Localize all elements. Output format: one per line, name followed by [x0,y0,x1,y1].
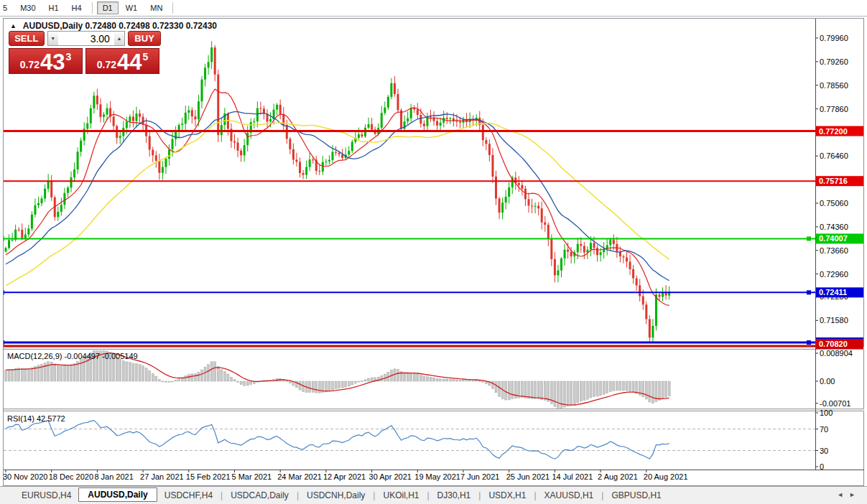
chart-canvas[interactable]: 0.799600.792600.785600.778600.764600.750… [0,0,867,504]
volume-input[interactable] [58,31,114,46]
macd-bar [168,381,170,382]
hline-handle[interactable] [807,290,811,294]
chart-window-frame [4,19,864,486]
macd-bar [325,381,327,392]
macd-bar [609,381,611,392]
price-tick-label: 0.77860 [820,105,848,113]
candle-body [44,189,46,199]
macd-bar [511,381,514,399]
hline-handle[interactable] [0,290,4,294]
macd-bar [187,375,190,381]
candle-body [158,161,160,173]
macd-bar [244,381,246,386]
macd-bar [547,381,550,401]
chart-tab-gbpusd[interactable]: GBPUSD,H1 [604,488,668,503]
macd-bar [478,381,481,381]
timeframe-button-mn[interactable]: MN [144,1,168,14]
chart-tab-usdcnh[interactable]: USDCNH,Daily [300,488,372,503]
candle-body [358,134,360,138]
macd-bar [524,381,527,398]
candle-body [18,230,20,230]
timeframe-button-5[interactable]: 5 [0,1,13,14]
timeframe-button-h4[interactable]: H4 [66,1,88,14]
candle-body [240,151,242,155]
hline-handle[interactable] [0,236,4,241]
candle-body [626,258,628,262]
macd-bar [5,370,7,381]
macd-bar [603,381,605,394]
macd-bar [361,381,363,382]
buy-button[interactable]: BUY [128,31,161,46]
buy-price-big: 44 [117,52,142,73]
timeframe-button-m30[interactable]: M30 [14,1,41,14]
hline-handle[interactable] [0,340,4,345]
macd-bar [453,380,455,381]
macd-bar [136,364,138,381]
timeframe-button-d1[interactable]: D1 [97,1,119,14]
timeframe-button-w1[interactable]: W1 [120,1,144,14]
candle-body [649,319,651,337]
chart-tab-dj30[interactable]: DJ30,H1 [430,488,478,503]
macd-bar [21,368,23,381]
candle-body [482,125,484,140]
macd-bar [632,381,634,392]
candle-body [164,159,167,167]
volume-decrease-button[interactable]: ▼ [47,31,58,46]
price-tick-label: 0.74360 [820,223,848,231]
candle-body [410,108,412,118]
chart-tab-xauusd[interactable]: XAUUSD,H1 [537,488,601,503]
macd-bar [250,381,252,385]
chart-tab-ukoil[interactable]: UKOil,H1 [376,488,426,503]
macd-bar [499,381,501,396]
candle-body [381,113,383,128]
date-tick-label: 27 Jan 2021 [140,472,184,481]
macd-bar [60,366,62,381]
hline-handle[interactable] [807,340,811,345]
spinner-up-icon: ▲ [117,36,122,41]
candle-body [335,152,337,153]
hline-handle[interactable] [807,236,811,241]
hline-label-text: 0.74007 [819,234,848,243]
macd-bar [531,381,533,398]
macd-bar [446,379,448,381]
candle-body [501,202,504,213]
candle-body [129,117,131,122]
macd-bar [14,368,17,381]
chart-tab-audusd[interactable]: AUDUSD,Daily [78,487,157,502]
macd-bar [463,380,465,381]
tab-scroll-right-icon[interactable]: ► [849,491,861,498]
macd-bar [354,381,356,383]
macd-bar [668,381,670,396]
buy-price-button[interactable]: 0.72 44 5 [85,48,159,74]
candle-body [436,121,438,126]
candle-body [246,133,249,145]
candle-body [253,121,255,122]
sell-button[interactable]: SELL [9,31,45,46]
candle-body [371,124,373,129]
date-tick-label: 18 Dec 2020 [49,472,93,481]
volume-increase-button[interactable]: ▲ [114,31,125,46]
macd-bar [24,369,27,381]
macd-bar [47,362,50,381]
chart-tab-usdchf[interactable]: USDCHF,H4 [157,488,220,503]
candle-body [233,141,236,143]
sell-price-button[interactable]: 0.72 43 3 [9,48,83,74]
chart-tab-usdcad[interactable]: USDCAD,Daily [223,488,296,503]
tab-scroll-left-icon[interactable]: ◄ [837,491,849,498]
candle-body [21,230,23,238]
macd-bar [172,381,174,382]
candle-body [655,294,657,326]
candle-body [73,169,75,177]
macd-bar [426,377,428,381]
candle-body [96,95,98,104]
macd-bar [364,380,366,381]
macd-bar [11,370,14,381]
chart-tab-eurusd[interactable]: EURUSD,H4 [14,488,78,503]
candle-body [485,140,487,144]
price-tick-label: 0.73660 [820,246,848,255]
timeframe-button-h1[interactable]: H1 [43,1,65,14]
chart-tab-usdx[interactable]: USDX,H1 [481,488,533,503]
macd-bar [381,375,383,381]
candle-body [31,215,33,229]
macd-bar [430,377,432,381]
